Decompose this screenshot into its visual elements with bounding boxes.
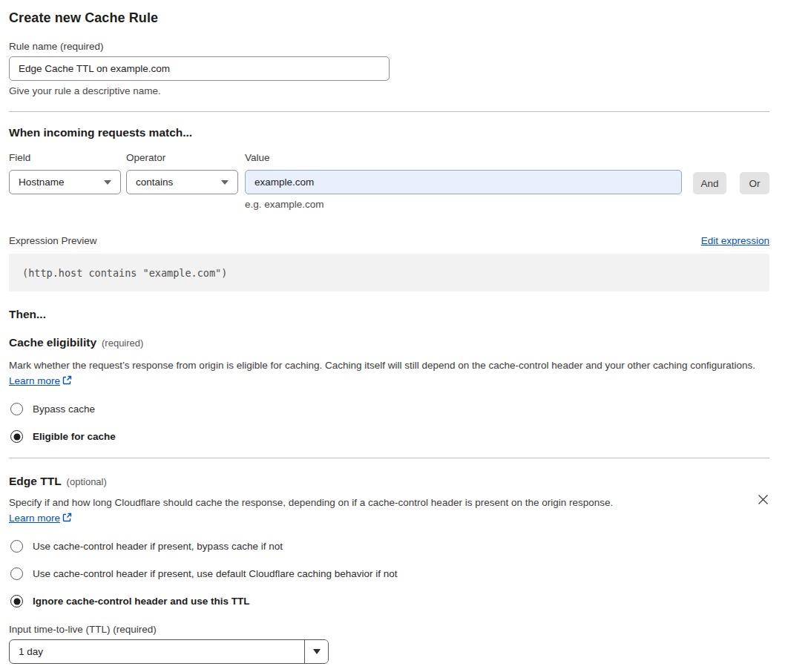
edge-ttl-description: Specify if and how long Cloudflare shoul… bbox=[9, 495, 628, 527]
ttl-select[interactable]: 1 day bbox=[9, 639, 329, 664]
edge-ttl-heading-row: Edge TTL (optional) bbox=[9, 475, 769, 488]
section-divider bbox=[9, 111, 769, 112]
cache-eligibility-heading: Cache eligibility bbox=[9, 336, 96, 349]
learn-more-link[interactable]: Learn more bbox=[9, 513, 60, 524]
edit-expression-link[interactable]: Edit expression bbox=[701, 235, 769, 246]
field-column: Field Hostname bbox=[9, 152, 121, 210]
operator-select-value: contains bbox=[136, 177, 173, 188]
radio-label: Ignore cache-control header and use this… bbox=[33, 596, 250, 607]
edge-ttl-heading: Edge TTL bbox=[9, 475, 62, 488]
chevron-down-icon bbox=[221, 180, 229, 185]
value-input[interactable] bbox=[245, 170, 682, 194]
radio-label: Eligible for cache bbox=[33, 431, 116, 442]
description-text: Mark whether the request’s response from… bbox=[9, 360, 755, 371]
rule-name-input[interactable] bbox=[9, 56, 390, 81]
radio-option-eligible-for-cache[interactable]: Eligible for cache bbox=[9, 430, 769, 443]
radio-icon bbox=[10, 595, 23, 607]
ttl-select-arrow-button[interactable] bbox=[304, 640, 328, 663]
or-button[interactable]: Or bbox=[740, 172, 769, 194]
operator-label: Operator bbox=[126, 152, 238, 163]
value-column: Value e.g. example.com bbox=[245, 152, 682, 210]
ttl-select-value: 1 day bbox=[10, 640, 304, 663]
value-label: Value bbox=[245, 152, 682, 163]
rule-name-label: Rule name (required) bbox=[9, 41, 769, 52]
create-cache-rule-page: Create new Cache Rule Rule name (require… bbox=[0, 0, 785, 664]
cache-eligibility-heading-row: Cache eligibility (required) bbox=[9, 336, 769, 349]
expression-preview-label: Expression Preview bbox=[9, 235, 97, 246]
radio-icon bbox=[10, 403, 23, 415]
match-heading: When incoming requests match... bbox=[9, 126, 769, 139]
radio-option-use-header-bypass[interactable]: Use cache-control header if present, byp… bbox=[9, 540, 769, 553]
optional-tag: (optional) bbox=[67, 476, 107, 487]
rule-name-helper: Give your rule a descriptive name. bbox=[9, 85, 769, 96]
description-text: Specify if and how long Cloudflare shoul… bbox=[9, 497, 613, 508]
radio-option-ignore-header-ttl[interactable]: Ignore cache-control header and use this… bbox=[9, 595, 769, 607]
required-tag: (required) bbox=[102, 337, 143, 349]
radio-label: Use cache-control header if present, byp… bbox=[33, 541, 283, 552]
cache-eligibility-description: Mark whether the request’s response from… bbox=[9, 358, 769, 389]
match-condition-row: Field Hostname Operator contains Value e… bbox=[9, 152, 769, 210]
radio-icon bbox=[10, 540, 23, 553]
cache-eligibility-section: Cache eligibility (required) Mark whethe… bbox=[9, 336, 769, 443]
external-link-icon bbox=[62, 374, 72, 389]
external-link-icon bbox=[62, 511, 72, 527]
expression-preview-row: Expression Preview Edit expression bbox=[9, 235, 769, 246]
learn-more-link[interactable]: Learn more bbox=[9, 375, 60, 386]
radio-icon bbox=[10, 430, 23, 443]
radio-label: Use cache-control header if present, use… bbox=[33, 568, 398, 579]
value-helper: e.g. example.com bbox=[245, 199, 682, 210]
operator-column: Operator contains bbox=[126, 152, 238, 210]
radio-option-use-header-default[interactable]: Use cache-control header if present, use… bbox=[9, 567, 769, 580]
operator-select[interactable]: contains bbox=[126, 170, 238, 194]
ttl-label: Input time-to-live (TTL) (required) bbox=[9, 624, 769, 635]
edge-ttl-section: Edge TTL (optional) Specify if and how l… bbox=[9, 475, 769, 664]
close-icon[interactable] bbox=[756, 493, 769, 506]
and-or-buttons: And Or bbox=[693, 172, 769, 210]
chevron-down-icon bbox=[104, 180, 111, 185]
and-button[interactable]: And bbox=[693, 172, 726, 194]
field-select-value: Hostname bbox=[19, 177, 65, 188]
expression-preview-code: (http.host contains "example.com") bbox=[9, 254, 769, 291]
radio-option-bypass-cache[interactable]: Bypass cache bbox=[9, 403, 769, 415]
radio-label: Bypass cache bbox=[33, 403, 95, 415]
section-divider bbox=[9, 458, 769, 458]
radio-icon bbox=[10, 567, 23, 580]
then-heading: Then... bbox=[9, 308, 769, 321]
field-label: Field bbox=[9, 152, 121, 163]
field-select[interactable]: Hostname bbox=[9, 170, 121, 194]
chevron-down-icon bbox=[313, 649, 321, 654]
page-title: Create new Cache Rule bbox=[9, 10, 769, 26]
